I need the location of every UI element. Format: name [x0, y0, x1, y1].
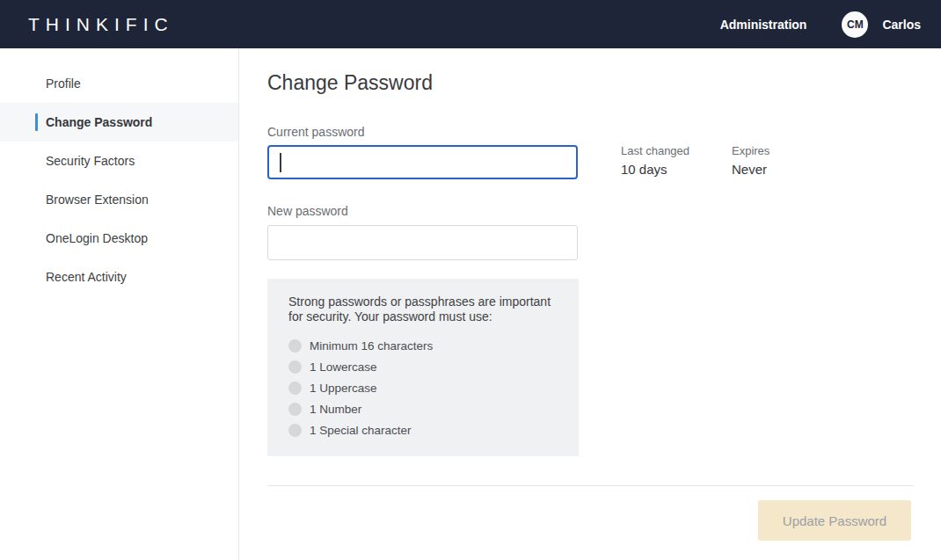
current-password-input[interactable]: [267, 145, 578, 179]
password-requirements-box: Strong passwords or passphrases are impo…: [267, 279, 579, 456]
requirement-item: Minimum 16 characters: [288, 339, 565, 353]
requirement-dot-icon: [288, 382, 302, 395]
sidebar-item-change-password[interactable]: Change Password: [0, 103, 238, 142]
sidebar-item-label: Security Factors: [46, 154, 135, 168]
requirement-text: 1 Special character: [310, 424, 412, 437]
user-avatar[interactable]: CM: [842, 11, 868, 38]
requirement-item: 1 Uppercase: [288, 382, 565, 395]
user-name[interactable]: Carlos: [882, 18, 921, 32]
settings-sidebar: Profile Change Password Security Factors…: [0, 48, 239, 560]
requirement-text: Minimum 16 characters: [310, 339, 433, 353]
sidebar-item-label: Change Password: [46, 115, 152, 129]
requirements-intro: Strong passwords or passphrases are impo…: [288, 295, 561, 324]
page-title: Change Password: [267, 71, 433, 95]
change-password-panel: Change Password Current password Last ch…: [239, 48, 941, 560]
sidebar-item-label: Recent Activity: [46, 270, 127, 284]
administration-link[interactable]: Administration: [720, 18, 807, 32]
requirement-text: 1 Lowercase: [310, 360, 377, 374]
sidebar-item-browser-extension[interactable]: Browser Extension: [0, 180, 238, 219]
sidebar-item-label: OneLogin Desktop: [46, 231, 148, 245]
new-password-label: New password: [267, 204, 348, 218]
expires-block: Expires Never: [732, 144, 843, 177]
last-changed-block: Last changed 10 days: [621, 144, 732, 177]
sidebar-item-security-factors[interactable]: Security Factors: [0, 142, 238, 180]
expires-value: Never: [732, 162, 843, 177]
sidebar-item-recent-activity[interactable]: Recent Activity: [0, 258, 238, 296]
requirement-dot-icon: [288, 403, 302, 416]
requirement-item: 1 Special character: [288, 424, 565, 437]
password-meta: Last changed 10 days Expires Never: [621, 144, 843, 177]
requirement-dot-icon: [288, 424, 302, 437]
page-body: Profile Change Password Security Factors…: [0, 48, 941, 560]
last-changed-value: 10 days: [621, 162, 732, 177]
footer-divider: [267, 485, 914, 486]
sidebar-item-onelogin-desktop[interactable]: OneLogin Desktop: [0, 219, 238, 258]
requirement-text: 1 Number: [310, 403, 361, 416]
requirement-dot-icon: [288, 339, 302, 353]
active-indicator-bar: [35, 113, 38, 131]
sidebar-item-label: Browser Extension: [46, 193, 149, 207]
new-password-input[interactable]: [267, 225, 578, 260]
app-header: THINKIFIC Administration CM Carlos: [0, 0, 941, 48]
new-password-field-wrap: [267, 225, 578, 260]
requirement-dot-icon: [288, 360, 302, 374]
last-changed-label: Last changed: [621, 144, 732, 157]
current-password-field-wrap: [267, 145, 578, 179]
sidebar-item-label: Profile: [46, 76, 81, 91]
requirement-text: 1 Uppercase: [310, 382, 377, 395]
text-caret: [280, 153, 281, 172]
requirement-item: 1 Number: [288, 403, 565, 416]
expires-label: Expires: [732, 144, 843, 157]
thinkific-logo[interactable]: THINKIFIC: [28, 14, 174, 35]
requirement-item: 1 Lowercase: [288, 360, 565, 374]
update-password-button[interactable]: Update Password: [758, 500, 911, 541]
current-password-label: Current password: [267, 125, 365, 139]
sidebar-item-profile[interactable]: Profile: [0, 64, 238, 103]
